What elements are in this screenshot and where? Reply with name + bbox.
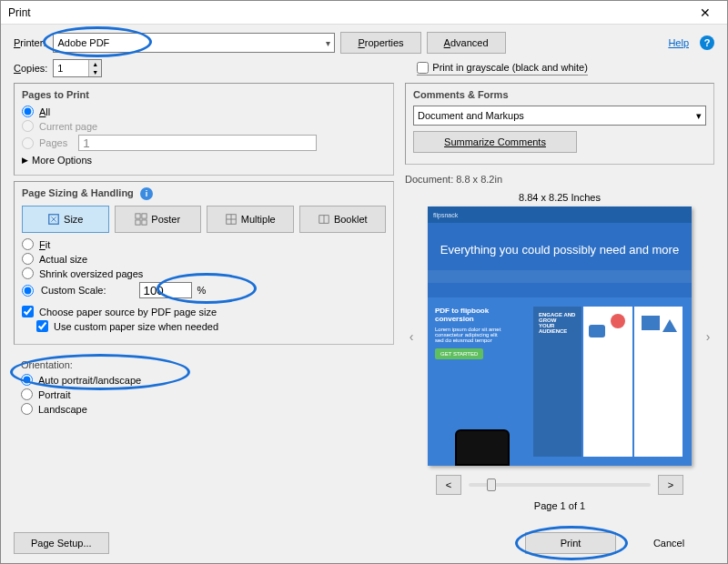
titlebar: Print ✕ xyxy=(1,1,727,25)
radio-all-row: All xyxy=(22,106,386,117)
slider-thumb[interactable] xyxy=(487,478,496,491)
print-preview: flipsnack Everything you could possibly … xyxy=(428,206,692,466)
radio-pages-row: Pages xyxy=(22,135,386,151)
multiple-icon xyxy=(225,213,238,226)
page-setup-button[interactable]: Page Setup... xyxy=(14,532,109,554)
radio-portrait-label: Portrait xyxy=(38,389,70,400)
help-icon[interactable]: ? xyxy=(700,35,714,50)
radio-all-label: All xyxy=(39,106,50,117)
radio-current-row: Current page xyxy=(22,120,386,132)
sizing-tabs: Size Poster Multiple Booklet xyxy=(22,206,386,233)
spinner-up[interactable]: ▲ xyxy=(89,60,101,68)
use-custom-paper-checkbox[interactable] xyxy=(36,320,48,332)
triangle-right-icon: ▶ xyxy=(22,156,28,165)
more-options-toggle[interactable]: ▶ More Options xyxy=(22,155,386,166)
radio-all[interactable] xyxy=(22,106,34,117)
chevron-down-icon: ▾ xyxy=(326,38,330,48)
zoom-slider[interactable] xyxy=(469,483,651,487)
copies-input[interactable] xyxy=(54,63,88,74)
tab-poster[interactable]: Poster xyxy=(115,206,202,233)
sizing-title: Page Sizing & Handling i xyxy=(22,187,386,200)
grayscale-row: Print in grayscale (black and white) xyxy=(417,62,588,76)
page-indicator: Page 1 of 1 xyxy=(405,500,714,511)
summarize-comments-button[interactable]: Summarize Comments xyxy=(413,131,577,153)
spinner-down[interactable]: ▼ xyxy=(89,68,101,76)
window-title: Print xyxy=(5,6,687,19)
svg-rect-3 xyxy=(136,220,140,225)
radio-custom-scale[interactable] xyxy=(22,285,34,297)
copies-spinner[interactable]: ▲ ▼ xyxy=(53,59,102,77)
radio-current[interactable] xyxy=(22,120,34,132)
printer-label: Printer: xyxy=(14,37,46,48)
close-button[interactable]: ✕ xyxy=(687,2,723,24)
radio-landscape-label: Landscape xyxy=(38,404,87,415)
pages-to-print-group: Pages to Print All Current page Pages ▶ … xyxy=(14,83,394,176)
printer-select[interactable]: Adobe PDF ▾ xyxy=(53,33,335,53)
copies-row: Copies: ▲ ▼ Print in grayscale (black an… xyxy=(1,57,727,83)
radio-actual-label: Actual size xyxy=(39,254,87,265)
preview-area: ‹ flipsnack Everything you could possibl… xyxy=(405,206,714,466)
tab-multiple[interactable]: Multiple xyxy=(207,206,294,233)
booklet-icon xyxy=(318,213,330,226)
copies-label: Copies: xyxy=(14,63,47,74)
pages-range-input[interactable] xyxy=(78,135,317,151)
radio-auto-orient-label: Auto portrait/landscape xyxy=(38,375,141,386)
radio-portrait[interactable] xyxy=(21,388,33,400)
radio-actual[interactable] xyxy=(22,253,34,265)
radio-custom-label: Custom Scale: xyxy=(41,285,106,296)
info-icon[interactable]: i xyxy=(140,187,153,200)
help-link[interactable]: Help xyxy=(668,37,689,48)
size-icon xyxy=(47,213,60,226)
tab-booklet[interactable]: Booklet xyxy=(299,206,387,233)
document-size: Document: 8.8 x 8.2in xyxy=(405,174,714,185)
radio-pages[interactable] xyxy=(22,137,34,149)
print-dialog: Print ✕ Printer: Adobe PDF ▾ Properties … xyxy=(0,0,728,564)
svg-rect-4 xyxy=(142,220,147,225)
orientation-title: Orientation: xyxy=(21,359,387,370)
svg-rect-1 xyxy=(136,214,140,218)
prev-page-button[interactable]: < xyxy=(436,475,461,495)
radio-shrink[interactable] xyxy=(22,267,34,279)
comments-group: Comments & Forms Document and Markups ▾ … xyxy=(405,83,714,165)
grayscale-checkbox[interactable] xyxy=(417,62,429,74)
choose-paper-label: Choose paper source by PDF page size xyxy=(39,307,217,317)
choose-paper-checkbox[interactable] xyxy=(22,306,34,317)
preview-next-chevron[interactable]: › xyxy=(700,326,716,347)
tab-size[interactable]: Size xyxy=(22,206,109,233)
radio-pages-label: Pages xyxy=(39,137,67,148)
properties-button[interactable]: Properties xyxy=(340,32,420,54)
comments-selected: Document and Markups xyxy=(418,110,524,121)
radio-auto-orient[interactable] xyxy=(21,374,33,386)
comments-select[interactable]: Document and Markups ▾ xyxy=(413,106,706,126)
radio-landscape[interactable] xyxy=(21,403,33,415)
advanced-button[interactable]: Advanced xyxy=(427,32,506,54)
next-page-button[interactable]: > xyxy=(658,475,683,495)
svg-rect-2 xyxy=(142,214,147,218)
dialog-buttons: Page Setup... Print Cancel xyxy=(1,527,727,563)
chevron-down-icon: ▾ xyxy=(696,110,702,122)
radio-fit-label: Fit xyxy=(39,239,50,250)
custom-scale-input[interactable] xyxy=(139,282,192,298)
comments-title: Comments & Forms xyxy=(413,89,706,100)
zoom-slider-row: < > xyxy=(405,475,714,495)
more-options-label: More Options xyxy=(32,155,92,166)
print-button[interactable]: Print xyxy=(525,532,616,554)
poster-icon xyxy=(135,213,147,226)
printer-row: Printer: Adobe PDF ▾ Properties Advanced… xyxy=(1,25,727,57)
radio-shrink-label: Shrink oversized pages xyxy=(39,268,143,279)
preview-page-size: 8.84 x 8.25 Inches xyxy=(405,192,714,203)
grayscale-label: Print in grayscale (black and white) xyxy=(432,62,588,73)
sizing-group: Page Sizing & Handling i Size Poster Mul… xyxy=(14,181,394,345)
preview-pdf-title: PDF to flipbook conversion xyxy=(435,307,526,323)
pages-to-print-title: Pages to Print xyxy=(22,89,386,100)
preview-prev-chevron[interactable]: ‹ xyxy=(403,326,420,347)
radio-fit[interactable] xyxy=(22,238,34,250)
preview-brand: flipsnack xyxy=(428,206,692,223)
orientation-group: Orientation: Auto portrait/landscape Por… xyxy=(14,356,394,421)
use-custom-paper-label: Use custom paper size when needed xyxy=(54,321,218,332)
cancel-button[interactable]: Cancel xyxy=(623,532,714,554)
printer-selected: Adobe PDF xyxy=(57,37,109,48)
radio-current-label: Current page xyxy=(39,121,97,132)
percent-label: % xyxy=(197,285,207,296)
